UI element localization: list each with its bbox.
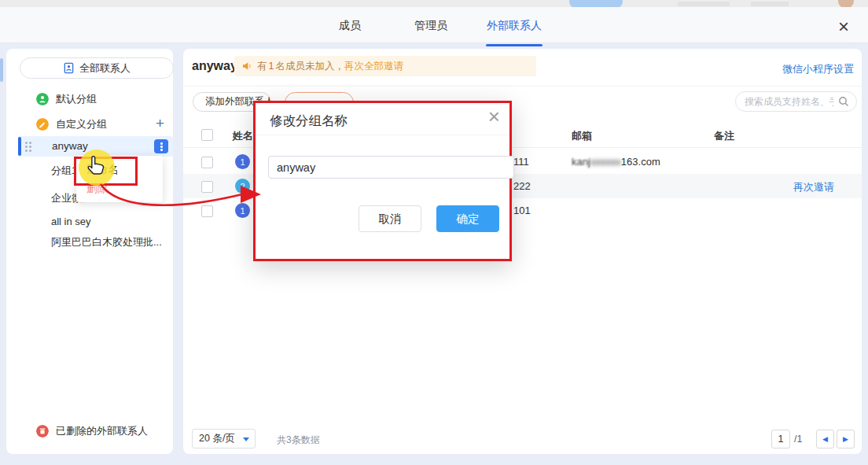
page-size-value: 20 条/页 [199, 432, 235, 445]
sidebar-group-item[interactable]: all in sey [51, 216, 91, 227]
column-header-email: 邮箱 [572, 129, 592, 143]
group-name-input[interactable] [268, 156, 514, 179]
background-app-strip [0, 0, 868, 7]
chevron-down-icon [243, 437, 249, 441]
rename-group-dialog: 修改分组名称 × 取消 确定 [253, 101, 512, 261]
search-icon [838, 96, 849, 107]
avatar: 1 [235, 154, 250, 169]
megaphone-icon [242, 61, 252, 71]
row-checkbox[interactable] [201, 157, 213, 168]
next-page-button[interactable]: ▶ [837, 430, 855, 448]
column-header-remark: 备注 [714, 129, 734, 143]
total-count-label: 共3条数据 [277, 434, 320, 447]
member-phone: 111 [513, 156, 529, 168]
custom-group-icon [36, 118, 49, 131]
tab-members[interactable]: 成员 [339, 19, 361, 33]
right-arrow-icon: ▶ [843, 435, 848, 443]
default-group-label: 默认分组 [56, 92, 97, 106]
warning-banner: 有1名成员未加入，再次全部邀请 [234, 56, 536, 76]
more-icon [160, 142, 163, 145]
member-search [735, 91, 857, 112]
invite-all-link[interactable]: 再次全部邀请 [344, 61, 403, 72]
member-phone: 101 [513, 205, 531, 216]
add-group-button[interactable]: + [156, 115, 164, 132]
sidebar: 全部联系人 默认分组 自定义分组 + anyway 分组1 [6, 49, 173, 454]
trash-icon [36, 425, 49, 437]
custom-group-label: 自定义分组 [56, 117, 107, 131]
group-more-button[interactable] [154, 139, 168, 153]
deleted-contacts-label: 已删除的外部联系人 [56, 424, 148, 438]
tab-admins[interactable]: 管理员 [414, 19, 447, 33]
mini-program-settings-link[interactable]: 微信小程序设置 [782, 62, 854, 76]
member-phone: 222 [513, 180, 531, 192]
selected-indicator [18, 137, 21, 156]
search-input[interactable] [743, 95, 835, 108]
sidebar-group-item[interactable]: 阿里巴巴白木胶处理批... [51, 235, 162, 249]
avatar: 1 [235, 203, 250, 218]
row-checkbox[interactable] [201, 181, 213, 193]
previous-page-button[interactable]: ◀ [816, 430, 834, 448]
sidebar-item-custom-group[interactable]: 自定义分组 [36, 117, 107, 131]
dialog-close-icon[interactable]: × [488, 105, 500, 129]
deleted-contacts-item[interactable]: 已删除的外部联系人 [36, 424, 148, 438]
row-checkbox[interactable] [201, 205, 213, 217]
close-icon[interactable]: × [838, 17, 849, 36]
confirm-button[interactable]: 确定 [436, 205, 499, 232]
active-tab-underline [486, 44, 542, 46]
tab-bar: 成员 管理员 外部联系人 × [0, 7, 868, 43]
left-arrow-icon: ◀ [822, 435, 828, 443]
column-header-name: 姓名 [233, 129, 253, 143]
page-size-select[interactable]: 20 条/页 [192, 429, 256, 448]
background-shape [751, 2, 789, 6]
current-page-box[interactable]: 1 [771, 430, 790, 448]
default-group-icon [36, 93, 49, 105]
select-all-checkbox[interactable] [201, 129, 213, 141]
background-shape [678, 2, 730, 6]
page-total-label: /1 [794, 434, 802, 445]
all-contacts-label: 全部联系人 [79, 61, 131, 76]
divider [183, 86, 862, 87]
dialog-title: 修改分组名称 [270, 113, 348, 130]
sidebar-item-default-group[interactable]: 默认分组 [36, 92, 97, 106]
banner-text: 有1名成员未加入，再次全部邀请 [257, 60, 403, 73]
contacts-book-icon [63, 62, 75, 74]
member-email: kanjxxxxxx163.com [572, 156, 660, 168]
divider [256, 135, 509, 135]
all-contacts-button[interactable]: 全部联系人 [20, 57, 174, 79]
cancel-button[interactable]: 取消 [359, 205, 421, 232]
screen: 成员 管理员 外部联系人 × 全部联系人 默认分组 [0, 0, 868, 465]
group-title: anyway [192, 59, 237, 73]
group-label: anyway [52, 140, 88, 152]
scrollbar-thumb[interactable] [0, 58, 3, 82]
sidebar-group-item[interactable]: 分组1 [51, 164, 77, 178]
drag-handle-icon[interactable] [25, 142, 28, 144]
background-pill [569, 0, 623, 7]
reinvite-link[interactable]: 再次邀请 [793, 180, 834, 194]
background-avatar [838, 0, 854, 7]
tab-external-contacts[interactable]: 外部联系人 [487, 19, 542, 33]
hand-cursor-icon [85, 154, 107, 178]
avatar: 2 [235, 179, 250, 194]
